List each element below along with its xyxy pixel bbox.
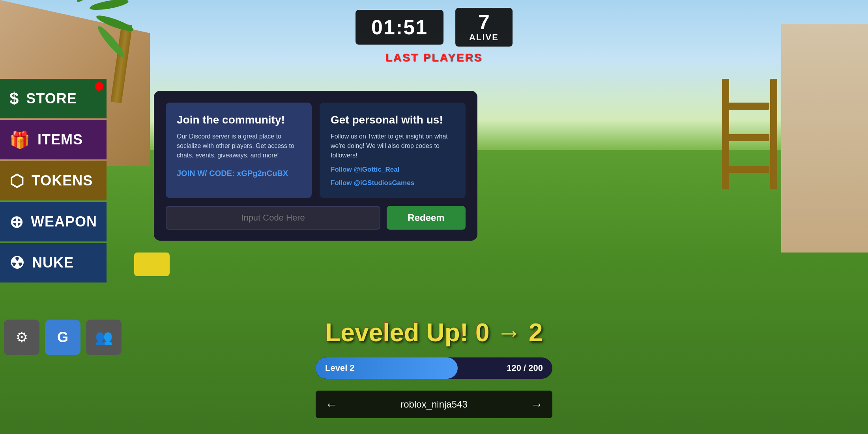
timer-display: 01:51 (371, 15, 428, 39)
left-sidebar: $ STORE 🎁 ITEMS ⬡ TOKENS ⊕ WEAPON ☢ NUKE (0, 79, 107, 282)
discord-panel: Join the community! Our Discord server i… (166, 103, 312, 198)
discord-code: JOIN W/ CODE: xGPg2nCuBX (177, 169, 301, 178)
timer-box: 01:51 (355, 10, 443, 45)
level-up-banner: Leveled Up! 0 → 2 (325, 318, 542, 347)
store-label: STORE (26, 90, 77, 107)
xp-bar-value: 120 / 200 (507, 363, 543, 373)
items-button[interactable]: 🎁 ITEMS (0, 120, 107, 159)
twitter-body: Follow us on Twitter to get insight on w… (331, 132, 455, 160)
wooden-structure (718, 79, 781, 197)
nuke-icon: ☢ (9, 253, 25, 273)
weapon-label: WEAPON (31, 213, 97, 230)
xp-bar-container: Level 2 120 / 200 (316, 357, 552, 379)
items-icon: 🎁 (9, 130, 30, 150)
alive-label: ALIVE (469, 32, 499, 43)
left-arrow-button[interactable]: ← (325, 397, 338, 412)
tokens-label: TOKENS (32, 172, 93, 189)
discord-title: Join the community! (177, 114, 301, 126)
level-up-text: Leveled Up! 0 → 2 (325, 318, 542, 347)
redeem-button[interactable]: Redeem (387, 206, 466, 230)
store-notification-badge (95, 82, 103, 91)
discord-body: Our Discord server is a great place to s… (177, 132, 301, 160)
redeem-modal: Join the community! Our Discord server i… (154, 91, 477, 241)
items-label: ITEMS (37, 131, 83, 148)
username-display: roblox_ninja543 (400, 399, 467, 410)
twitter-panel: Get personal with us! Follow us on Twitt… (320, 103, 466, 198)
g-button[interactable]: G (45, 320, 80, 355)
social-button[interactable]: 👥 (86, 320, 122, 355)
alive-box: 7 ALIVE (455, 8, 513, 47)
nuke-label: NUKE (32, 254, 74, 271)
store-icon: $ (9, 89, 19, 108)
settings-button[interactable]: ⚙ (4, 320, 39, 355)
xp-bar-background: Level 2 120 / 200 (316, 357, 552, 379)
right-structure (781, 24, 868, 253)
weapon-icon: ⊕ (9, 212, 24, 232)
twitter-title: Get personal with us! (331, 114, 455, 126)
code-input[interactable] (166, 206, 380, 230)
palm-tree (110, 24, 122, 103)
yellow-vehicle (134, 253, 170, 276)
twitter-link1[interactable]: Follow @iGottic_Real (331, 166, 455, 174)
g-icon: G (57, 329, 68, 346)
store-button[interactable]: $ STORE (0, 79, 107, 118)
weapon-button[interactable]: ⊕ WEAPON (0, 202, 107, 241)
twitter-link2[interactable]: Follow @iGStudiosGames (331, 179, 455, 187)
tokens-button[interactable]: ⬡ TOKENS (0, 161, 107, 200)
username-bar: ← roblox_ninja543 → (316, 391, 552, 418)
modal-top-section: Join the community! Our Discord server i… (166, 103, 466, 198)
nuke-button[interactable]: ☢ NUKE (0, 243, 107, 282)
tokens-icon: ⬡ (9, 171, 24, 191)
modal-bottom-section: Redeem (166, 206, 466, 230)
right-arrow-button[interactable]: → (530, 397, 543, 412)
alive-count: 7 (469, 12, 499, 32)
hud-top: 01:51 7 ALIVE (355, 8, 513, 47)
bottom-left-icons: ⚙ G 👥 (4, 320, 122, 355)
gear-icon: ⚙ (15, 329, 28, 346)
last-players-text: LAST PLAYERS (385, 51, 483, 64)
xp-level-label: Level 2 (325, 363, 355, 373)
social-icon: 👥 (95, 329, 113, 346)
